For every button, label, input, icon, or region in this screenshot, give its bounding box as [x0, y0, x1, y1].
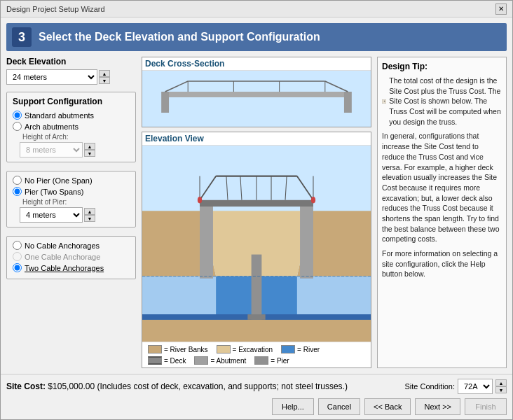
pier-height-select[interactable]: 4 meters 2 meters 6 meters 8 meters	[20, 207, 83, 223]
design-tip-box: Design Tip: ✦ The total cost of the desi…	[377, 57, 507, 368]
abutment-swatch	[194, 356, 208, 365]
svg-rect-1	[165, 92, 348, 97]
wizard-header: 3 Select the Deck Elevation and Support …	[6, 23, 507, 51]
design-tip-title: Design Tip:	[382, 62, 502, 71]
title-bar: Design Project Setup Wizard ✕	[1, 1, 512, 18]
pier-radio[interactable]: Pier (Two Spans)	[13, 187, 130, 196]
window-title: Design Project Setup Wizard	[6, 5, 105, 13]
deck-elevation-label: Deck Elevation	[6, 57, 136, 66]
legend-bar: = River Banks = Excavation = River	[142, 342, 371, 368]
deck-elevation-down[interactable]: ▼	[99, 77, 110, 84]
svg-rect-3	[344, 92, 352, 113]
next-button[interactable]: Next >>	[415, 398, 460, 415]
support-config-label: Support Configuration	[13, 97, 130, 106]
cross-section-svg	[142, 71, 371, 127]
river-banks-label: = River Banks	[164, 346, 208, 354]
arch-height-label: Height of Arch:	[22, 133, 130, 141]
svg-rect-19	[200, 202, 213, 279]
river-swatch	[281, 345, 295, 354]
pier-label: = Pier	[271, 357, 289, 365]
legend-river: = River	[281, 345, 320, 354]
design-tip-icon: ✦	[382, 92, 386, 111]
svg-rect-22	[247, 314, 265, 320]
left-panel: Deck Elevation 24 meters 8 meters 12 met…	[6, 57, 136, 368]
main-area: Deck Elevation 24 meters 8 meters 12 met…	[6, 57, 507, 368]
site-condition-select[interactable]: 72A	[458, 379, 493, 394]
excavation-swatch	[217, 345, 231, 354]
site-cost-label: Site Cost:	[6, 382, 46, 391]
svg-point-36	[198, 197, 202, 203]
arch-height-up[interactable]: ▲	[84, 143, 95, 150]
no-pier-radio[interactable]: No Pier (One Span)	[13, 176, 130, 185]
arch-height-down[interactable]: ▼	[84, 150, 95, 157]
svg-rect-18	[142, 320, 371, 342]
standard-abutments-radio[interactable]: Standard abutments	[13, 111, 130, 120]
cross-section-box: Deck Cross-Section	[142, 57, 371, 127]
excavation-label: = Excavation	[233, 346, 273, 354]
middle-panel: Deck Cross-Section	[142, 57, 371, 368]
elevation-box: Elevation View	[142, 132, 371, 368]
button-row: Help... Cancel << Back Next >> Finish	[6, 398, 507, 415]
deck-label: = Deck	[164, 357, 186, 365]
cable-box: No Cable Anchorages One Cable Anchorage …	[6, 236, 136, 279]
svg-point-37	[311, 197, 315, 203]
site-condition-spinner: ▲ ▼	[495, 379, 507, 393]
abutment-label: = Abutment	[210, 357, 246, 365]
finish-button[interactable]: Finish	[465, 398, 507, 415]
elevation-canvas	[142, 146, 371, 342]
river-banks-swatch	[148, 345, 162, 354]
site-condition-area: Site Condition: 72A ▲ ▼	[404, 379, 507, 394]
step-badge: 3	[12, 27, 32, 47]
river-label: = River	[297, 346, 320, 354]
pier-height-area: Height of Pier: 4 meters 2 meters 6 mete…	[20, 198, 130, 223]
legend-abutment: = Abutment	[194, 356, 246, 365]
svg-rect-20	[300, 202, 313, 279]
legend-excavation: = Excavation	[217, 345, 273, 354]
deck-elevation-section: Deck Elevation 24 meters 8 meters 12 met…	[6, 57, 136, 85]
pier-swatch	[254, 356, 268, 365]
site-cost-area: Site Cost: $105,000.00 (Includes cost of…	[6, 382, 348, 391]
one-cable-radio[interactable]: One Cable Anchorage	[13, 252, 130, 261]
arch-abutments-radio[interactable]: Arch abutments	[13, 122, 130, 131]
content-area: 3 Select the Deck Elevation and Support …	[1, 18, 512, 374]
legend-pier: = Pier	[254, 356, 289, 365]
legend-deck: = Deck	[148, 356, 186, 365]
deck-elevation-spinner: ▲ ▼	[99, 70, 110, 84]
svg-rect-23	[200, 200, 313, 206]
pier-height-row: 4 meters 2 meters 6 meters 8 meters ▲ ▼	[20, 207, 130, 223]
svg-rect-21	[252, 255, 262, 320]
design-tip-text3: For more information on selecting a site…	[382, 248, 502, 279]
cross-section-title: Deck Cross-Section	[142, 57, 371, 71]
site-condition-up[interactable]: ▲	[495, 379, 507, 386]
help-button[interactable]: Help...	[272, 398, 314, 415]
design-tip-text1: The total cost of the design is the Site…	[389, 76, 502, 127]
arch-height-select[interactable]: 8 meters 4 meters 12 meters	[20, 142, 83, 158]
support-config-box: Support Configuration Standard abutments…	[6, 92, 136, 162]
svg-rect-0	[142, 71, 371, 127]
two-cable-radio[interactable]: Two Cable Anchorages	[13, 263, 130, 272]
pier-box: No Pier (One Span) Pier (Two Spans) Heig…	[6, 171, 136, 227]
right-panel: Design Tip: ✦ The total cost of the desi…	[377, 57, 507, 368]
deck-elevation-row: 24 meters 8 meters 12 meters 16 meters 2…	[6, 69, 136, 85]
arch-height-row: 8 meters 4 meters 12 meters ▲ ▼	[20, 142, 130, 158]
svg-rect-2	[161, 92, 169, 113]
site-condition-label: Site Condition:	[404, 382, 455, 391]
no-cable-radio[interactable]: No Cable Anchorages	[13, 241, 130, 250]
deck-elevation-select[interactable]: 24 meters 8 meters 12 meters 16 meters 2…	[6, 69, 97, 85]
close-button[interactable]: ✕	[495, 4, 507, 15]
deck-elevation-up[interactable]: ▲	[99, 70, 110, 77]
cancel-button[interactable]: Cancel	[318, 398, 360, 415]
pier-height-up[interactable]: ▲	[84, 208, 95, 215]
wizard-title: Select the Deck Elevation and Support Co…	[39, 31, 320, 43]
design-tip-text2: In general, configurations that increase…	[382, 131, 502, 244]
site-cost-value: $105,000.00 (Includes cost of deck, exca…	[48, 382, 348, 391]
back-button[interactable]: << Back	[364, 398, 411, 415]
bottom-bar: Site Cost: $105,000.00 (Includes cost of…	[1, 374, 512, 419]
pier-height-spinner: ▲ ▼	[84, 208, 95, 222]
deck-swatch	[148, 356, 162, 365]
site-condition-down[interactable]: ▼	[495, 386, 507, 393]
pier-height-down[interactable]: ▼	[84, 215, 95, 222]
site-cost-row: Site Cost: $105,000.00 (Includes cost of…	[6, 379, 507, 394]
main-window: Design Project Setup Wizard ✕ 3 Select t…	[0, 0, 513, 420]
design-tip-header: ✦ The total cost of the design is the Si…	[382, 76, 502, 127]
